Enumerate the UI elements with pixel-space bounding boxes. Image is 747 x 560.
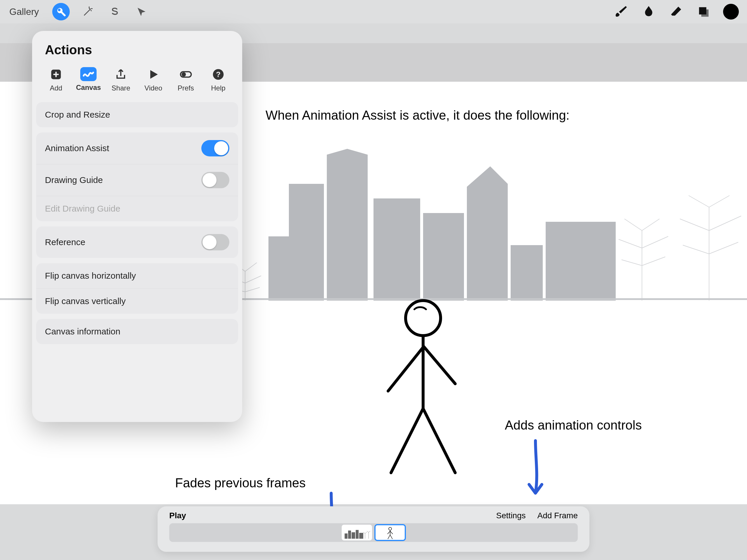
- row-animation-assist[interactable]: Animation Assist: [36, 132, 238, 164]
- eraser-tool-icon[interactable]: [667, 2, 686, 21]
- help-icon: ?: [212, 68, 225, 81]
- frame-thumb-2[interactable]: [375, 525, 405, 540]
- crop-and-resize-label: Crop and Resize: [45, 110, 110, 120]
- animation-timeline: Play Settings Add Frame: [158, 506, 589, 552]
- s-icon: [109, 6, 120, 17]
- svg-rect-10: [359, 533, 363, 539]
- tab-share[interactable]: Share: [106, 67, 136, 92]
- layers-tool-icon[interactable]: [694, 2, 713, 21]
- annotation-top-text: When Animation Assist is active, it does…: [265, 108, 570, 123]
- adjustments-tool-icon[interactable]: [79, 3, 97, 20]
- svg-rect-8: [352, 532, 355, 539]
- actions-popover: Actions Add Canvas Share Video Prefs ? H…: [32, 31, 242, 422]
- brush-icon: [615, 5, 628, 18]
- color-swatch[interactable]: [723, 4, 739, 20]
- row-flip-vertical[interactable]: Flip canvas vertically: [36, 288, 238, 314]
- smudge-tool-icon[interactable]: [639, 2, 658, 21]
- canvas-icon: [82, 68, 95, 80]
- svg-point-11: [389, 527, 392, 530]
- toggle-animation-assist[interactable]: [201, 140, 229, 156]
- tab-video[interactable]: Video: [138, 67, 169, 92]
- row-crop-and-resize[interactable]: Crop and Resize: [36, 102, 238, 127]
- eraser-icon: [669, 5, 683, 18]
- edit-drawing-guide-label: Edit Drawing Guide: [45, 204, 120, 213]
- frames-track[interactable]: [169, 523, 578, 542]
- transform-tool-icon[interactable]: [133, 3, 150, 20]
- svg-point-0: [406, 301, 441, 336]
- layers-icon: [697, 5, 710, 18]
- tab-help[interactable]: ? Help: [203, 67, 233, 92]
- tab-canvas-label: Canvas: [76, 83, 101, 92]
- svg-rect-6: [344, 533, 347, 539]
- timeline-settings-button[interactable]: Settings: [496, 511, 525, 520]
- gallery-button[interactable]: Gallery: [5, 5, 43, 19]
- prefs-icon: [179, 68, 192, 81]
- canvas-information-label: Canvas information: [45, 327, 120, 336]
- annotation-left-text: Fades previous frames: [175, 476, 306, 490]
- wand-icon: [83, 6, 93, 17]
- drawing-guide-label: Drawing Guide: [45, 175, 103, 185]
- brush-tool-icon[interactable]: [612, 2, 631, 21]
- annotation-right-arrow: [525, 438, 546, 502]
- actions-tool-icon[interactable]: [52, 3, 70, 20]
- tab-canvas[interactable]: Canvas: [73, 67, 104, 92]
- canvas-settings-list: Crop and Resize Animation Assist Drawing…: [32, 102, 242, 344]
- frame-thumb-1[interactable]: [342, 525, 372, 540]
- svg-point-3: [181, 72, 186, 77]
- play-button[interactable]: Play: [169, 511, 186, 520]
- tab-share-label: Share: [111, 84, 130, 92]
- tab-add-label: Add: [50, 84, 62, 92]
- row-canvas-information[interactable]: Canvas information: [36, 319, 238, 344]
- row-flip-horizontal[interactable]: Flip canvas horizontally: [36, 263, 238, 288]
- tab-prefs[interactable]: Prefs: [171, 67, 201, 92]
- share-icon: [114, 68, 127, 81]
- svg-text:?: ?: [216, 70, 221, 78]
- smudge-icon: [642, 5, 655, 18]
- flip-horizontal-label: Flip canvas horizontally: [45, 271, 136, 281]
- wrench-icon: [56, 6, 66, 17]
- animation-assist-label: Animation Assist: [45, 143, 109, 153]
- add-frame-button[interactable]: Add Frame: [538, 511, 578, 520]
- row-edit-drawing-guide: Edit Drawing Guide: [36, 196, 238, 221]
- svg-rect-7: [348, 531, 351, 539]
- reference-label: Reference: [45, 237, 85, 247]
- flip-vertical-label: Flip canvas vertically: [45, 296, 126, 306]
- row-drawing-guide[interactable]: Drawing Guide: [36, 164, 238, 196]
- arrow-cursor-icon: [136, 6, 147, 17]
- toggle-drawing-guide[interactable]: [201, 172, 229, 188]
- selection-tool-icon[interactable]: [106, 3, 123, 20]
- tab-prefs-label: Prefs: [178, 84, 194, 92]
- stickfigure-drawing: [377, 298, 470, 479]
- tab-video-label: Video: [145, 84, 162, 92]
- svg-rect-9: [356, 530, 359, 539]
- toggle-reference[interactable]: [201, 234, 229, 250]
- actions-tab-row: Add Canvas Share Video Prefs ? Help: [32, 64, 242, 97]
- top-toolbar: Gallery: [0, 0, 747, 23]
- tab-add[interactable]: Add: [41, 67, 71, 92]
- annotation-right-text: Adds animation controls: [505, 418, 642, 432]
- tab-help-label: Help: [211, 84, 225, 92]
- add-icon: [50, 68, 62, 81]
- play-icon: [147, 68, 160, 81]
- popover-title: Actions: [32, 31, 242, 64]
- row-reference[interactable]: Reference: [36, 226, 238, 258]
